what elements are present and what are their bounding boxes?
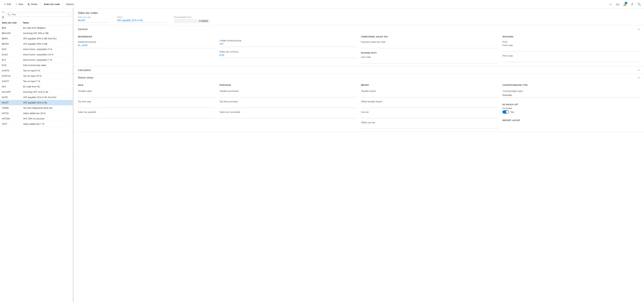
plus-icon: ＋ [15, 3, 18, 6]
list-item[interactable]: VAT7Value added tax 7 % [0, 121, 73, 127]
record-field-code-value[interactable]: NLVAT [78, 19, 110, 23]
options-label: Options [66, 3, 74, 6]
ledger-posting-group-value[interactable]: VAT [220, 43, 357, 47]
list-item[interactable]: NL0EU sale from NL [0, 84, 73, 89]
tax-free-purchase-value[interactable] [220, 104, 357, 108]
list-item[interactable]: NLRCVAT payable 21% in NL from EU [0, 95, 73, 100]
page-title: Sales tax codes [74, 9, 644, 16]
sales-tax-currency-value[interactable]: EUR [220, 54, 357, 58]
search-toolbar-icon[interactable]: 🔍 [636, 2, 642, 7]
list-item[interactable]: InVAT19Tax on input 19 % [0, 73, 73, 79]
offset-use-tax-value[interactable] [361, 125, 498, 129]
country-region-type-label: Country/region type [502, 90, 640, 92]
taxable-import-field: Taxable import [361, 90, 498, 97]
calculation-section-header[interactable]: Calculation ∨ [74, 66, 644, 74]
list-item-name: EU sale from Belgium [23, 27, 71, 29]
taxable-purchases-label: Taxable purchases [220, 90, 357, 92]
list-item-code: NL0 [2, 85, 23, 88]
taxable-purchases-value[interactable] [220, 93, 357, 97]
list-item[interactable]: THIRDTax-free Shipments third ctry [0, 105, 73, 111]
nav-menu-icon[interactable]: ☰ [2, 16, 4, 19]
use-tax-value[interactable] [361, 114, 498, 118]
offset-taxable-import-value[interactable] [361, 104, 498, 108]
list-item[interactable]: BERCVAT payable 20% in BE from EU [0, 36, 73, 41]
payment-sales-tax-code-label: Payment sales tax code [361, 41, 498, 43]
sort-code-value[interactable] [361, 59, 498, 63]
taxable-import-value[interactable] [361, 93, 498, 97]
delete-button[interactable]: 🗑 Delete [26, 2, 39, 7]
list-item[interactable]: InVAT7Tax on input 7 % [0, 79, 73, 84]
report-col-sale: SALE Taxable sales Tax-free sale Sales t… [78, 84, 215, 129]
list-item-code: InVAT7 [2, 80, 23, 83]
list-item[interactable]: NLInVATIncoming VAT 21% in NL [0, 89, 73, 95]
list-item[interactable]: VAT19AVAT 19% on account [0, 116, 73, 121]
list-item-name: Tax on input 0 % [23, 69, 71, 72]
record-field-name-label: Name [117, 16, 167, 18]
list-item[interactable]: NLVATVAT payable 21% in NL [0, 100, 73, 105]
list-item-code: BE0 [2, 27, 23, 29]
options-button[interactable]: Options [64, 2, 76, 7]
list-item[interactable]: EU7Intra-Comm. acquisition 7 % [0, 57, 73, 63]
list-item[interactable]: EU19Intra-Comm. acquisition 19 % [0, 52, 73, 57]
list-item[interactable]: VAT19Value added tax 19 % [0, 111, 73, 116]
notification-icon[interactable]: 🔔 0 [622, 2, 628, 7]
list-item[interactable]: BE0EU sale from Belgium [0, 25, 73, 31]
excluded-toggle[interactable] [502, 110, 509, 114]
list-item[interactable]: EU0Intra-Comm. acquisition 0 % [0, 47, 73, 52]
filter-icon[interactable]: ▽ [2, 11, 4, 14]
list-header: Sales tax code ↑ Name [0, 21, 73, 25]
record-field-amount-label: Percentage/Amount [174, 16, 210, 18]
list-item-code: VAT19 [2, 112, 23, 115]
ledger-posting-group-label: Ledger posting group [220, 39, 357, 42]
record-field-name-value[interactable]: VAT payable 21% in NL [117, 19, 167, 23]
list-item[interactable]: BEVATVAT payable 20% in BE [0, 41, 73, 47]
calculation-chevron-icon: ∨ [638, 69, 640, 71]
sales-tax-payable-value[interactable] [78, 114, 215, 118]
record-field-amount-value[interactable]: 0.00000 [174, 19, 210, 23]
report-setup-section-header[interactable]: Report setup ∧ [74, 74, 644, 81]
list-item-code: InVAT19 [2, 75, 23, 77]
sales-tax-receivable-label: Sales tax receivable [220, 111, 357, 113]
list-item-name: Tax-free Shipments third ctry [23, 107, 71, 109]
conditional-sales-tax-label: CONDITIONAL SALES TAX [361, 36, 498, 38]
separator-1 [41, 2, 41, 7]
diamond-icon[interactable]: ◇ [608, 2, 614, 7]
calculation-section-title: Calculation [78, 69, 91, 72]
refresh-icon[interactable]: ↺ [629, 2, 635, 7]
list-item[interactable]: InVAT0Tax on input 0 % [0, 68, 73, 73]
country-region-type-header: COUNTRY/REGION TYPE [502, 84, 640, 86]
list-item[interactable]: EUSIntra-Community sales [0, 63, 73, 68]
general-section: General ∧ REFERENCES Settlement period N… [74, 26, 644, 66]
print-code-value-2[interactable] [502, 58, 640, 62]
settlement-period-value[interactable]: NL_MON [78, 44, 215, 48]
excluded-value: Yes [510, 111, 514, 113]
tax-free-sale-value[interactable] [78, 104, 215, 108]
sales-tax-receivable-value[interactable] [220, 114, 357, 118]
country-region-type-value[interactable]: Domestic [502, 93, 640, 98]
general-section-header[interactable]: General ∧ [74, 26, 644, 33]
toolbar-right: ◇ 📖 🔔 0 ↺ 🔍 [608, 2, 642, 7]
toolbar: ✎ Edit ＋ New 🗑 Delete Sales tax code Opt… [0, 0, 644, 9]
list-item-name: EU sale from NL [23, 85, 71, 88]
separator-2 [62, 2, 63, 7]
taxable-sales-value[interactable] [78, 93, 215, 97]
print-code-value-1[interactable] [502, 47, 640, 52]
general-grid: REFERENCES Settlement period NL_MON Ledg… [78, 36, 640, 63]
edit-icon: ✎ [4, 3, 6, 6]
list-item-code: NLVAT [2, 101, 23, 104]
report-setup-section-title: Report setup [78, 76, 93, 79]
purchase-header: PURCHASE [220, 84, 357, 86]
print-code-label-2: Print code [502, 55, 640, 57]
offset-taxable-import-label: Offset taxable import [361, 100, 498, 103]
edit-button[interactable]: ✎ Edit [2, 2, 13, 7]
list-item-name: VAT payable 21% in NL [23, 101, 71, 104]
list-item[interactable]: BEInVATIncoming VAT 20% in BE [0, 31, 73, 36]
sales-tax-payable-field: Sales tax payable [78, 111, 215, 118]
list-item-code: EU19 [2, 53, 23, 56]
book-icon[interactable]: 📖 [615, 2, 620, 7]
new-button[interactable]: ＋ New [13, 2, 25, 7]
general-col-ledger: Ledger posting group VAT Sales tax curre… [220, 36, 357, 63]
sort-asc-icon[interactable]: ↑ [17, 22, 18, 24]
payment-sales-tax-code-value[interactable] [361, 44, 498, 48]
search-input[interactable] [11, 13, 69, 16]
